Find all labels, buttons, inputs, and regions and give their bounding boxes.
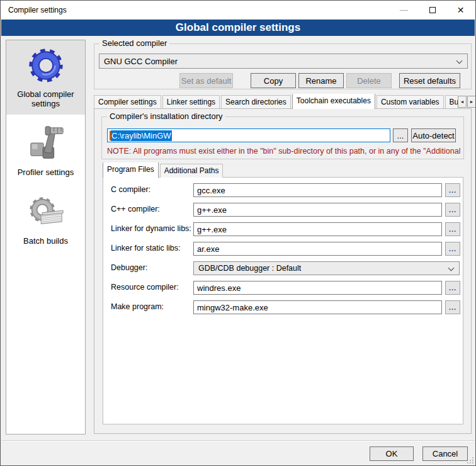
settings-category-list: Global compiler settings Profiler settin…	[6, 40, 86, 435]
profiler-icon	[26, 124, 65, 163]
make-program-browse-button[interactable]: ...	[445, 300, 460, 314]
install-dir-browse-button[interactable]: ...	[393, 128, 408, 142]
sidebar-item-global-compiler-settings[interactable]: Global compiler settings	[6, 40, 85, 115]
maximize-icon	[429, 7, 436, 13]
ok-button[interactable]: OK	[370, 446, 414, 461]
main-tab-strip: Compiler settingsLinker settingsSearch d…	[94, 94, 458, 109]
chevron-down-icon	[456, 58, 463, 64]
tab-label: Compiler settings	[98, 98, 157, 106]
compiler-action-button-label: Reset defaults	[404, 76, 456, 86]
batch-builds-icon	[26, 193, 65, 232]
install-dir-input[interactable]: C:\raylib\MinGW	[107, 128, 390, 142]
tab-label: Toolchain executables	[297, 96, 371, 105]
tab-label: Program Files	[107, 165, 154, 174]
debugger-dropdown[interactable]: GDB/CDB debugger : Default	[193, 261, 460, 275]
chevron-down-icon	[448, 265, 455, 271]
tab-custom-variables[interactable]: Custom variables	[377, 95, 444, 109]
compiler-action-button-label: Copy	[264, 76, 283, 86]
arrow-left-icon: ◄	[460, 99, 465, 104]
tab-builc[interactable]: Builc	[445, 95, 458, 109]
c-compiler-browse-button[interactable]: ...	[445, 183, 460, 197]
installation-directory-group: Compiler's installation directory C:\ray…	[101, 116, 464, 159]
selected-compiler-dropdown[interactable]: GNU GCC Compiler	[99, 54, 468, 69]
arrow-right-icon: ►	[470, 99, 474, 104]
resource-compiler-value: windres.exe	[197, 283, 241, 293]
dialog-banner: Global compiler settings	[1, 20, 475, 36]
program-row: C++ compiler: g++.exe...	[103, 203, 463, 217]
resize-grip[interactable]	[466, 456, 473, 463]
ellipsis-icon: ...	[397, 131, 404, 140]
maximize-button[interactable]	[418, 1, 446, 19]
close-icon: ✕	[457, 5, 465, 15]
linker-for-dynamic-libs-input[interactable]: g++.exe	[193, 222, 442, 236]
subtab-additional-paths[interactable]: Additional Paths	[160, 164, 224, 178]
c++-compiler-value: g++.exe	[197, 205, 227, 215]
installation-directory-group-label: Compiler's installation directory	[107, 111, 225, 121]
copy-button[interactable]: Copy	[251, 73, 296, 88]
tab-label: Custom variables	[381, 98, 439, 106]
delete-button[interactable]: Delete	[346, 73, 392, 88]
tab-label: Additional Paths	[164, 166, 219, 175]
footer-separator	[1, 440, 475, 441]
c-compiler-input[interactable]: gcc.exe	[193, 183, 442, 197]
sidebar-item-label: Global compiler settings	[9, 89, 82, 108]
make-program-value: mingw32-make.exe	[197, 303, 268, 312]
cancel-button[interactable]: Cancel	[422, 446, 468, 461]
program-row-label: Resource compiler:	[111, 283, 179, 292]
resource-compiler-input[interactable]: windres.exe	[193, 281, 442, 295]
rename-button[interactable]: Rename	[298, 73, 344, 88]
linker-for-dynamic-libs-browse-button[interactable]: ...	[445, 222, 460, 236]
program-row-label: C++ compiler:	[111, 205, 160, 213]
resource-compiler-browse-button[interactable]: ...	[445, 281, 460, 295]
auto-detect-button-label: Auto-detect	[412, 131, 455, 140]
sidebar-item-label: Profiler settings	[18, 168, 74, 177]
sidebar-item-profiler-settings[interactable]: Profiler settings	[6, 118, 85, 183]
window-title: Compiler settings	[1, 6, 67, 14]
tab-scroll-right-button[interactable]: ►	[467, 96, 476, 108]
selected-compiler-group: Selected compiler GNU GCC Compiler Set a…	[94, 43, 472, 89]
compiler-action-button-label: Delete	[357, 76, 381, 86]
compiler-action-button-label: Set as default	[181, 76, 232, 86]
tab-compiler-settings[interactable]: Compiler settings	[94, 95, 161, 109]
minimize-button[interactable]: —	[390, 1, 418, 19]
program-files-panel: C compiler: gcc.exe... C++ compiler: g++…	[103, 177, 463, 424]
program-row-label: C compiler:	[111, 185, 150, 194]
linker-for-static-libs-browse-button[interactable]: ...	[445, 242, 460, 256]
tab-search-directories[interactable]: Search directories	[221, 95, 291, 109]
tab-label: Linker settings	[167, 98, 215, 106]
ok-button-label: OK	[386, 449, 398, 458]
subtab-program-files[interactable]: Program Files	[103, 162, 159, 178]
selected-compiler-value: GNU GCC Compiler	[104, 57, 178, 66]
program-row-label: Debugger:	[111, 263, 147, 272]
sidebar-item-batch-builds[interactable]: Batch builds	[6, 187, 85, 252]
make-program-input[interactable]: mingw32-make.exe	[193, 300, 442, 314]
program-row: Linker for static libs: ar.exe...	[103, 242, 463, 256]
sidebar-item-label: Batch builds	[23, 236, 68, 246]
sidebar-item-icon-slot	[26, 45, 66, 86]
tab-toolchain-executables[interactable]: Toolchain executables	[292, 94, 375, 109]
program-row: Make program: mingw32-make.exe...	[103, 300, 463, 314]
c++-compiler-browse-button[interactable]: ...	[445, 203, 460, 217]
tab-label: Search directories	[225, 98, 286, 106]
set-as-default-button[interactable]: Set as default	[179, 73, 233, 88]
tab-scroll-left-button[interactable]: ◄	[458, 96, 467, 108]
compiler-action-button-label: Rename	[305, 76, 336, 86]
tab-scroll-arrows: ◄ ►	[458, 96, 476, 108]
program-row-label: Linker for dynamic libs:	[111, 224, 191, 233]
debugger-value: GDB/CDB debugger : Default	[198, 264, 301, 273]
install-dir-value: C:\raylib\MinGW	[111, 130, 172, 141]
sidebar-item-icon-slot	[26, 123, 66, 164]
program-row: Debugger: GDB/CDB debugger : Default	[103, 261, 463, 275]
c-compiler-value: gcc.exe	[197, 186, 225, 195]
note-text: NOTE: All programs must exist either in …	[107, 147, 461, 156]
reset-defaults-button[interactable]: Reset defaults	[399, 73, 460, 88]
c++-compiler-input[interactable]: g++.exe	[193, 203, 442, 217]
title-bar[interactable]: Compiler settings — ✕	[1, 1, 475, 20]
close-button[interactable]: ✕	[446, 1, 475, 19]
gear-blue-icon	[26, 46, 65, 85]
linker-for-static-libs-value: ar.exe	[197, 244, 219, 254]
auto-detect-button[interactable]: Auto-detect	[411, 128, 456, 142]
linker-for-static-libs-input[interactable]: ar.exe	[193, 242, 442, 256]
tab-label: Builc	[450, 98, 458, 106]
tab-linker-settings[interactable]: Linker settings	[162, 95, 220, 109]
